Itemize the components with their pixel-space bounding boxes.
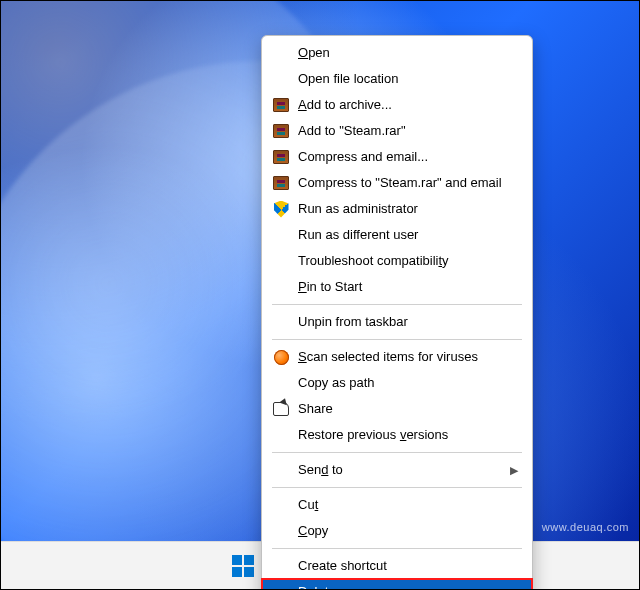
menu-item-compress-to-steam-rar-and-email[interactable]: Compress to "Steam.rar" and email	[262, 170, 532, 196]
icon-slot-empty	[272, 313, 290, 331]
archive-icon	[273, 150, 289, 164]
share-icon	[273, 402, 289, 416]
icon-slot-empty	[272, 278, 290, 296]
icon-slot-empty	[272, 252, 290, 270]
rar-icon-slot	[272, 148, 290, 166]
shield-icon	[274, 201, 289, 218]
menu-item-share[interactable]: Share	[262, 396, 532, 422]
menu-item-label: Compress and email...	[298, 144, 518, 170]
menu-item-copy-as-path[interactable]: Copy as path	[262, 370, 532, 396]
icon-slot-empty	[272, 44, 290, 62]
menu-item-label: Unpin from taskbar	[298, 309, 518, 335]
menu-item-label: Open file location	[298, 66, 518, 92]
menu-item-send-to[interactable]: Send to▶	[262, 457, 532, 483]
menu-item-label: Send to	[298, 457, 502, 483]
rar-icon-slot	[272, 174, 290, 192]
menu-item-copy[interactable]: Copy	[262, 518, 532, 544]
menu-item-label: Troubleshoot compatibility	[298, 248, 518, 274]
menu-separator	[272, 304, 522, 305]
menu-item-label: Run as different user	[298, 222, 518, 248]
watermark-text: www.deuaq.com	[542, 521, 629, 533]
menu-item-label: Open	[298, 40, 518, 66]
menu-item-create-shortcut[interactable]: Create shortcut	[262, 553, 532, 579]
icon-slot-empty	[272, 374, 290, 392]
menu-item-cut[interactable]: Cut	[262, 492, 532, 518]
menu-item-label: Share	[298, 396, 518, 422]
archive-icon	[273, 176, 289, 190]
menu-item-scan-selected-items-for-viruses[interactable]: Scan selected items for viruses	[262, 344, 532, 370]
menu-separator	[272, 487, 522, 488]
start-button[interactable]	[223, 546, 263, 586]
icon-slot-empty	[272, 426, 290, 444]
menu-item-label: Pin to Start	[298, 274, 518, 300]
menu-item-label: Delete	[298, 579, 518, 590]
menu-item-label: Compress to "Steam.rar" and email	[298, 170, 518, 196]
share-icon-slot	[272, 400, 290, 418]
menu-item-label: Create shortcut	[298, 553, 518, 579]
icon-slot-empty	[272, 226, 290, 244]
menu-item-label: Add to "Steam.rar"	[298, 118, 518, 144]
menu-item-label: Restore previous versions	[298, 422, 518, 448]
menu-item-unpin-from-taskbar[interactable]: Unpin from taskbar	[262, 309, 532, 335]
menu-item-run-as-different-user[interactable]: Run as different user	[262, 222, 532, 248]
menu-separator	[272, 548, 522, 549]
windows-logo-icon	[232, 555, 254, 577]
menu-separator	[272, 339, 522, 340]
menu-item-label: Add to archive...	[298, 92, 518, 118]
icon-slot-empty	[272, 70, 290, 88]
menu-item-label: Scan selected items for viruses	[298, 344, 518, 370]
icon-slot-empty	[272, 583, 290, 590]
context-menu: OpenOpen file locationAdd to archive...A…	[261, 35, 533, 590]
menu-item-delete[interactable]: Delete	[262, 579, 532, 590]
menu-item-label: Copy	[298, 518, 518, 544]
menu-item-add-to-steam-rar[interactable]: Add to "Steam.rar"	[262, 118, 532, 144]
scan-icon-slot	[272, 348, 290, 366]
rar-icon-slot	[272, 96, 290, 114]
icon-slot-empty	[272, 522, 290, 540]
menu-separator	[272, 452, 522, 453]
icon-slot-empty	[272, 496, 290, 514]
menu-item-troubleshoot-compatibility[interactable]: Troubleshoot compatibility	[262, 248, 532, 274]
icon-slot-empty	[272, 461, 290, 479]
submenu-arrow-icon: ▶	[510, 457, 518, 483]
menu-item-restore-previous-versions[interactable]: Restore previous versions	[262, 422, 532, 448]
menu-item-open[interactable]: Open	[262, 40, 532, 66]
menu-item-add-to-archive[interactable]: Add to archive...	[262, 92, 532, 118]
menu-item-pin-to-start[interactable]: Pin to Start	[262, 274, 532, 300]
menu-item-run-as-administrator[interactable]: Run as administrator	[262, 196, 532, 222]
rar-icon-slot	[272, 122, 290, 140]
shield-icon-slot	[272, 200, 290, 218]
archive-icon	[273, 98, 289, 112]
icon-slot-empty	[272, 557, 290, 575]
menu-item-label: Run as administrator	[298, 196, 518, 222]
menu-item-compress-and-email[interactable]: Compress and email...	[262, 144, 532, 170]
archive-icon	[273, 124, 289, 138]
menu-item-open-file-location[interactable]: Open file location	[262, 66, 532, 92]
menu-item-label: Copy as path	[298, 370, 518, 396]
menu-item-label: Cut	[298, 492, 518, 518]
antivirus-icon	[274, 350, 289, 365]
